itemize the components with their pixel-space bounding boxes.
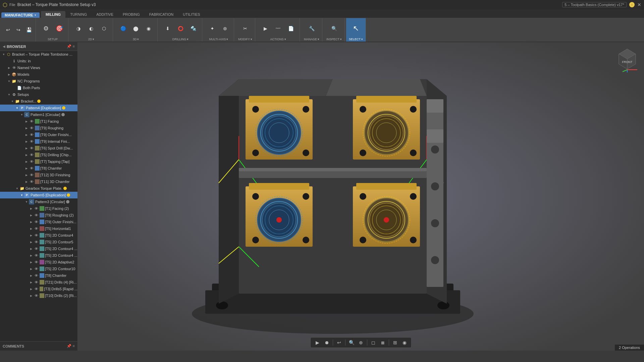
bracket-expand[interactable]: ▼	[10, 99, 15, 104]
save-button[interactable]: 💾	[24, 25, 34, 35]
select-btn[interactable]: ↖	[350, 22, 362, 35]
pattern4-expand[interactable]: ▼	[15, 106, 19, 110]
tree-t6-spot[interactable]: ▶ 👁 [T6] Spot Drill [Dw...	[0, 145, 77, 152]
tree-t9-outer2[interactable]: ▶ 👁 [T9] Outer Finishi...	[0, 219, 77, 225]
zoom-btn[interactable]: 🔍	[347, 339, 356, 347]
menu-file[interactable]: File	[9, 3, 15, 7]
multi-axis-btn[interactable]: ✦	[206, 22, 218, 35]
tree-units[interactable]: ▶ ℹ Units: in	[0, 58, 77, 64]
browser-content[interactable]: ▼ ⬡ Bracket – Torque Plate Tombstone ...…	[0, 51, 77, 341]
tree-t12-3d[interactable]: ▶ 👁 [T12] 3D Finishing	[0, 172, 77, 178]
pattern5-expand[interactable]: ▼	[19, 193, 24, 197]
tree-t1-facing[interactable]: ▶ 👁 [T1] Facing	[0, 118, 77, 125]
t10-expand[interactable]: ▶	[29, 293, 34, 298]
comments-more[interactable]: ≡	[73, 344, 75, 348]
tree-t5-horiz[interactable]: ▶ 👁 [T5] Horizontal1	[0, 225, 77, 232]
t9o-expand[interactable]: ▶	[24, 132, 29, 137]
t5c4b-expand[interactable]: ▶	[29, 246, 34, 251]
tree-t5-contour4b[interactable]: ▶ 👁 [T5] 2D Contour4 ...	[0, 245, 77, 252]
t9i-expand[interactable]: ▶	[24, 139, 29, 144]
tree-t5-contour4[interactable]: ▶ 👁 [T5] 2D Contour4	[0, 232, 77, 239]
manufacture-dropdown[interactable]: MANUFACTURE ▾	[1, 12, 40, 18]
boring-btn[interactable]: ⭕	[174, 22, 186, 35]
tree-t10-drills[interactable]: ▶ 👁 [T10] Drills (2) [Ri...	[0, 292, 77, 299]
3d-adaptive-btn[interactable]: 🔵	[117, 22, 129, 35]
tree-t21-drills[interactable]: ▶ 👁 [T21] Drills (4) [Ri...	[0, 279, 77, 286]
t5c10-expand[interactable]: ▶	[29, 266, 34, 271]
t5d-expand[interactable]: ▶	[24, 153, 29, 157]
work-coordinate-btn[interactable]: 🎯	[53, 22, 65, 35]
display-mode-btn[interactable]: ◻	[369, 339, 377, 347]
tree-pattern4[interactable]: ▼ P Pattern4 [Duplication]	[0, 105, 77, 111]
3d-contour-btn[interactable]: ⬤	[130, 22, 142, 35]
tree-t7-tapping[interactable]: ▶ 👁 [T7] Tapping [Tap]	[0, 158, 77, 165]
t5c4c-expand[interactable]: ▶	[29, 253, 34, 258]
drilling-btn[interactable]: ⬇	[162, 22, 174, 35]
tree-pattern3[interactable]: ▼ C Pattern3 [Circular]	[0, 198, 77, 205]
nc-programs-expand[interactable]: ▼	[7, 79, 11, 83]
tree-t8-chamfer[interactable]: ▶ 👁 [T8] Chamfer	[0, 165, 77, 172]
notification-icon[interactable]: !	[629, 2, 635, 7]
tree-pattern1[interactable]: ▼ C Pattern1 [Circular]	[0, 111, 77, 118]
named-views-expand[interactable]: ▶	[7, 65, 11, 70]
tree-nc-programs[interactable]: ▼ 📁 NC Programs	[0, 78, 77, 84]
actions-dropdown[interactable]: ▾	[284, 38, 286, 41]
tree-t5-adaptive[interactable]: ▶ 👁 [T5] 2D Adaptive2	[0, 259, 77, 265]
undo-view-btn[interactable]: ↩	[335, 339, 343, 347]
manage-btn[interactable]: 🔧	[306, 22, 318, 35]
tree-t5-contour5[interactable]: ▶ 👁 [T5] 2D Contour5	[0, 239, 77, 245]
3d-pocket-btn[interactable]: ◉	[143, 22, 155, 35]
modify-dropdown[interactable]: ▾	[251, 38, 252, 41]
t1f2-expand[interactable]: ▶	[29, 206, 34, 211]
browser-pin-btn[interactable]: 📌	[67, 44, 71, 49]
play-btn[interactable]: ▶	[313, 339, 321, 347]
view-cube[interactable]: FRONT	[614, 46, 641, 72]
3d-dropdown[interactable]: ▾	[137, 38, 139, 41]
grid-btn[interactable]: ⊞	[391, 339, 399, 347]
tab-milling[interactable]: MILLING	[41, 11, 65, 18]
tree-t9-outer[interactable]: ▶ 👁 [T9] Outer Finishi...	[0, 131, 77, 138]
undo-button[interactable]: ↩	[3, 25, 13, 35]
2d-contour-btn[interactable]: ◐	[85, 22, 97, 35]
t5c5-expand[interactable]: ▶	[29, 240, 34, 244]
simulate-btn[interactable]: ▶	[259, 22, 271, 35]
t8c2-expand[interactable]: ▶	[29, 273, 34, 278]
multiaxis-dropdown[interactable]: ▾	[226, 38, 228, 41]
tab-probing[interactable]: PROBING	[118, 11, 145, 18]
tab-turning[interactable]: TURNING	[65, 11, 92, 18]
t3-expand[interactable]: ▶	[29, 287, 34, 291]
tree-models[interactable]: ▶ 📦 Models	[0, 71, 77, 78]
tree-t1-facing2[interactable]: ▶ 👁 [T1] Facing (2)	[0, 205, 77, 212]
tree-t8-chamfer2[interactable]: ▶ 👁 [T8] Chamfer	[0, 272, 77, 279]
comments-pin[interactable]: 📌	[67, 344, 71, 348]
tab-utilities[interactable]: UTILITIES	[178, 11, 205, 18]
tab-fabrication[interactable]: FABRICATION	[145, 11, 178, 18]
tree-setups[interactable]: ▼ ⚙ Setups	[0, 91, 77, 98]
tree-both-parts[interactable]: ▶ 📄 Both Parts	[0, 84, 77, 91]
t9o2-expand[interactable]: ▶	[29, 220, 34, 224]
tree-t11-3d[interactable]: ▶ 👁 [T11] 3D Chamfer	[0, 178, 77, 185]
second-window-btn[interactable]: 5 – Toolpath Basics (Complete) v17*	[562, 2, 627, 7]
t5c4-expand[interactable]: ▶	[29, 233, 34, 238]
select-dropdown[interactable]: ▾	[361, 38, 363, 41]
pattern1-expand[interactable]: ▼	[19, 112, 24, 117]
redo-button[interactable]: ↪	[14, 25, 23, 35]
t12-expand[interactable]: ▶	[24, 173, 29, 177]
t5h-expand[interactable]: ▶	[29, 226, 34, 231]
t9r-expand[interactable]: ▶	[24, 126, 29, 130]
pattern3-expand[interactable]: ▼	[24, 199, 29, 204]
tree-bracket[interactable]: ▼ 📁 Bracket...	[0, 98, 77, 105]
tree-named-views[interactable]: ▶ 👁 Named Views	[0, 64, 77, 71]
tree-t5-contour10[interactable]: ▶ 👁 [T5] 2D Contour10	[0, 265, 77, 272]
2d-adaptive-btn[interactable]: ◑	[72, 22, 85, 35]
2d-pocket-btn[interactable]: ⬡	[98, 22, 110, 35]
t6-expand[interactable]: ▶	[24, 146, 29, 150]
snap-btn[interactable]: ◉	[400, 339, 409, 347]
2d-dropdown[interactable]: ▾	[93, 38, 94, 41]
nc-program-btn[interactable]: 📄	[285, 22, 297, 35]
modify-btn[interactable]: ✂	[239, 22, 251, 35]
t9r2-expand[interactable]: ▶	[29, 213, 34, 218]
tree-t9-roughing2[interactable]: ▶ 👁 [T9] Roughing (2)	[0, 212, 77, 219]
tab-additive[interactable]: ADDITIVE	[92, 11, 118, 18]
tree-pattern5[interactable]: ▼ P Pattern5 [Duplication]	[0, 192, 77, 198]
